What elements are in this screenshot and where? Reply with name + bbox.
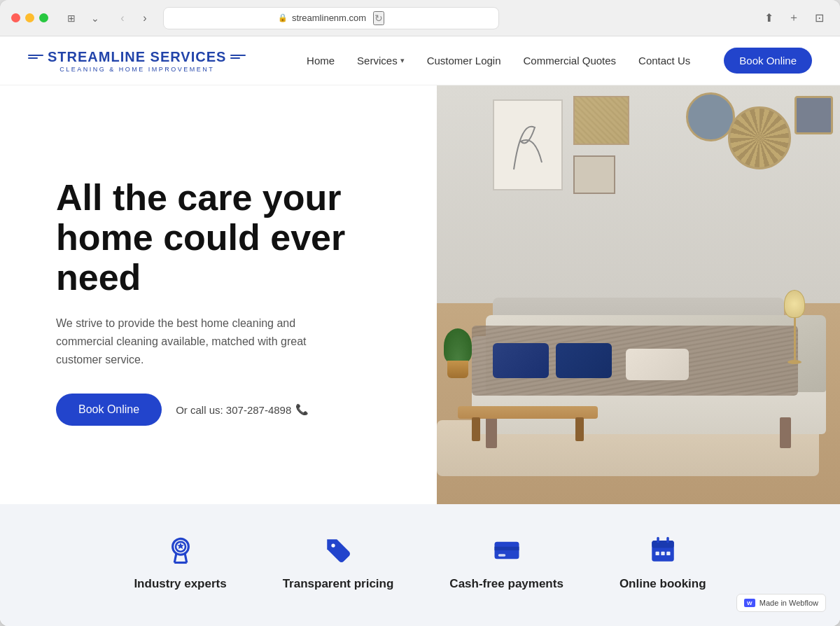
lamp [784,290,805,364]
chevron-down-icon[interactable]: ⌄ [86,12,104,25]
logo-lines-left [28,55,43,59]
svg-rect-12 [657,537,659,543]
chevron-down-icon: ▾ [400,56,405,65]
svg-line-3 [185,553,187,562]
tag-icon [320,532,356,569]
bench [458,406,598,441]
plant [444,328,472,378]
features-bar: Industry experts Transparent pricing [0,504,840,626]
lamp-base [788,360,802,364]
window-controls: ⊞ ⌄ [62,12,104,25]
webflow-icon: W [747,600,752,606]
feature-transparent-pricing-label: Transparent pricing [283,577,394,591]
hero-cta: Book Online Or call us: 307-287-4898 📞 [56,394,409,426]
webflow-badge: W Made in Webflow [736,594,826,612]
wall-decor-3 [794,96,833,134]
plant-pot [447,361,468,378]
grid-icon[interactable]: ⊞ [62,12,80,25]
logo-lines-right [230,55,246,59]
nav-contact-us[interactable]: Contact Us [638,55,690,67]
nav-commercial-quotes[interactable]: Commercial Quotes [524,55,617,67]
feature-cash-free-payments: Cash-free payments [449,532,564,591]
hero-heading: All the care your home could ever need [56,178,409,298]
address-bar[interactable]: 🔒 streamlinenm.com ↻ [163,7,499,29]
forward-button[interactable]: › [135,8,155,28]
lock-icon: 🔒 [278,13,288,22]
phone-icon: 📞 [295,403,309,416]
nav-links: Home Services ▾ Customer Login Commercia… [307,48,812,74]
brand-name: STREAMLINE SERVICES [48,49,226,65]
bed-frame [472,322,826,462]
logo-line [28,57,38,59]
svg-line-2 [174,553,176,562]
plant-leaves [444,328,472,363]
svg-point-6 [331,543,335,547]
bedroom-scene [437,85,840,504]
nav-services[interactable]: Services ▾ [357,55,405,67]
traffic-lights [11,13,48,22]
website-content: STREAMLINE SERVICES CLEANING & HOME IMPR… [0,36,840,626]
hero-section: All the care your home could ever need W… [0,85,840,504]
svg-rect-8 [494,547,519,550]
sidebar-icon[interactable]: ⊡ [809,8,829,28]
url-text: streamlinenm.com [292,13,366,23]
nav-home[interactable]: Home [307,55,335,67]
credit-card-icon [489,532,525,569]
svg-rect-11 [652,541,674,548]
maximize-button[interactable] [39,13,48,22]
svg-rect-14 [655,552,659,555]
bench-leg-right [575,417,584,441]
logo-line [28,55,43,56]
pillow-3 [626,349,689,380]
calendar-icon [645,532,681,569]
feature-transparent-pricing: Transparent pricing [283,532,394,591]
hero-content: All the care your home could ever need W… [0,85,437,504]
close-button[interactable] [11,13,20,22]
nav-buttons: ‹ › [113,8,155,28]
hero-image [437,85,840,504]
award-icon [162,532,199,569]
pillow-2 [556,343,612,378]
webflow-text: Made in Webflow [760,599,818,607]
wall-decor-2 [728,106,791,169]
back-button[interactable]: ‹ [113,8,132,28]
logo-line [230,55,246,56]
logo-line [230,57,240,59]
bed-leg-right [780,417,791,448]
svg-rect-15 [661,552,664,555]
call-text: Or call us: 307-287-4898 [176,404,291,416]
pillow-1 [493,343,549,378]
hero-book-button[interactable]: Book Online [56,394,162,426]
svg-rect-13 [666,537,669,543]
nav-book-online-button[interactable]: Book Online [724,48,812,74]
browser-window: ⊞ ⌄ ‹ › 🔒 streamlinenm.com ↻ ⬆ ＋ ⊡ [0,0,840,626]
navbar: STREAMLINE SERVICES CLEANING & HOME IMPR… [0,36,840,85]
feature-industry-experts-label: Industry experts [134,577,226,591]
new-tab-icon[interactable]: ＋ [784,8,804,28]
feature-cash-free-payments-label: Cash-free payments [449,577,564,591]
svg-rect-9 [498,554,505,557]
svg-rect-16 [666,552,670,555]
lamp-pole [794,318,796,360]
feature-industry-experts: Industry experts [134,532,226,591]
webflow-logo: W [744,599,755,607]
minimize-button[interactable] [25,13,34,22]
nav-customer-login[interactable]: Customer Login [427,55,501,67]
browser-actions: ⬆ ＋ ⊡ [759,8,829,28]
logo-tagline: CLEANING & HOME IMPROVEMENT [59,66,214,73]
refresh-button[interactable]: ↻ [373,11,384,25]
wall-frame-3 [573,155,615,194]
share-icon[interactable]: ⬆ [759,8,778,28]
hero-call: Or call us: 307-287-4898 📞 [176,403,309,416]
feature-online-booking: Online booking [620,532,706,591]
logo: STREAMLINE SERVICES CLEANING & HOME IMPR… [28,49,246,73]
lamp-shade [784,290,805,318]
feature-online-booking-label: Online booking [620,577,706,591]
wall-frame-1 [493,99,563,190]
logo-main: STREAMLINE SERVICES [28,49,246,65]
bench-leg-left [472,417,480,441]
wall-frame-2 [573,96,629,145]
title-bar: ⊞ ⌄ ‹ › 🔒 streamlinenm.com ↻ ⬆ ＋ ⊡ [0,0,840,36]
hero-subtext: We strive to provide the best home clean… [56,314,336,368]
features-grid: Industry experts Transparent pricing [105,532,735,591]
